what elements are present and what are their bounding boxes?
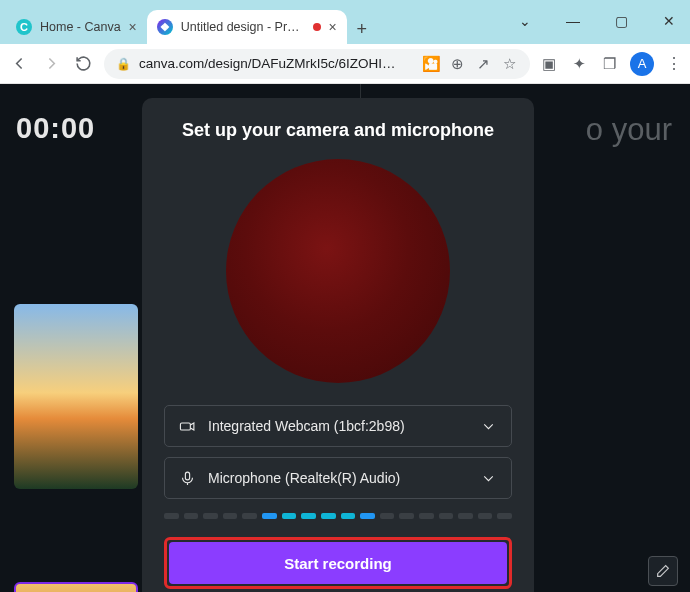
zoom-icon[interactable]: ⊕ xyxy=(448,55,466,73)
back-button[interactable] xyxy=(8,53,30,75)
window-close[interactable]: ✕ xyxy=(652,8,686,34)
svg-rect-1 xyxy=(185,472,189,480)
url-text: canva.com/design/DAFuZMrkI5c/6IZOHI… xyxy=(139,56,414,71)
sidepanel-icon[interactable]: ❐ xyxy=(600,55,618,73)
camera-setup-modal: Set up your camera and microphone Integr… xyxy=(142,98,534,592)
modal-title: Set up your camera and microphone xyxy=(164,120,512,141)
chevron-down-icon xyxy=(480,470,497,487)
extensions-icon[interactable]: ✦ xyxy=(570,55,588,73)
browser-toolbar: 🔒 canva.com/design/DAFuZMrkI5c/6IZOHI… 🎦… xyxy=(0,44,690,84)
canva-favicon-icon: C xyxy=(16,19,32,35)
microphone-select[interactable]: Microphone (Realtek(R) Audio) xyxy=(164,457,512,499)
tab-home-canva[interactable]: C Home - Canva × xyxy=(6,10,147,44)
share-icon[interactable]: ↗ xyxy=(474,55,492,73)
microphone-icon xyxy=(179,470,196,487)
window-maximize[interactable]: ▢ xyxy=(604,8,638,34)
svg-rect-0 xyxy=(180,422,190,429)
tab-title: Home - Canva xyxy=(40,20,121,34)
background-slide-text: o your xyxy=(586,112,672,148)
chevron-down-icon xyxy=(480,418,497,435)
tab-title: Untitled design - Presen xyxy=(181,20,305,34)
camera-icon xyxy=(179,418,196,435)
start-recording-highlight: Start recording xyxy=(164,537,512,589)
tab-close-icon[interactable]: × xyxy=(329,19,337,35)
reload-button[interactable] xyxy=(72,53,94,75)
camera-indicator-icon[interactable]: 🎦 xyxy=(422,55,440,73)
microphone-select-label: Microphone (Realtek(R) Audio) xyxy=(208,470,400,486)
mic-level-meter xyxy=(164,513,512,519)
recording-timer: 00:00 xyxy=(16,112,95,145)
recording-indicator-icon xyxy=(313,23,321,31)
camera-select[interactable]: Integrated Webcam (1bcf:2b98) xyxy=(164,405,512,447)
start-recording-button[interactable]: Start recording xyxy=(169,542,507,584)
new-tab-button[interactable]: + xyxy=(347,14,377,44)
app-canvas: 00:00 o your Set up your camera and micr… xyxy=(0,84,690,592)
edit-notes-button[interactable] xyxy=(648,556,678,586)
slide-thumbnail-1[interactable] xyxy=(14,304,138,489)
window-controls: ⌄ — ▢ ✕ xyxy=(508,8,686,34)
bookmark-star-icon[interactable]: ☆ xyxy=(500,55,518,73)
reader-icon[interactable]: ▣ xyxy=(540,55,558,73)
browser-menu-button[interactable]: ⋮ xyxy=(666,54,682,73)
forward-button[interactable] xyxy=(40,53,62,75)
tab-untitled-design[interactable]: ❖ Untitled design - Presen × xyxy=(147,10,347,44)
canva-favicon-icon: ❖ xyxy=(157,19,173,35)
profile-avatar[interactable]: A xyxy=(630,52,654,76)
lock-icon: 🔒 xyxy=(116,57,131,71)
window-dropdown[interactable]: ⌄ xyxy=(508,8,542,34)
window-minimize[interactable]: — xyxy=(556,8,590,34)
camera-preview xyxy=(226,159,450,383)
address-bar[interactable]: 🔒 canva.com/design/DAFuZMrkI5c/6IZOHI… 🎦… xyxy=(104,49,530,79)
camera-select-label: Integrated Webcam (1bcf:2b98) xyxy=(208,418,405,434)
tab-close-icon[interactable]: × xyxy=(129,19,137,35)
slide-thumbnail-2[interactable] xyxy=(14,582,138,592)
